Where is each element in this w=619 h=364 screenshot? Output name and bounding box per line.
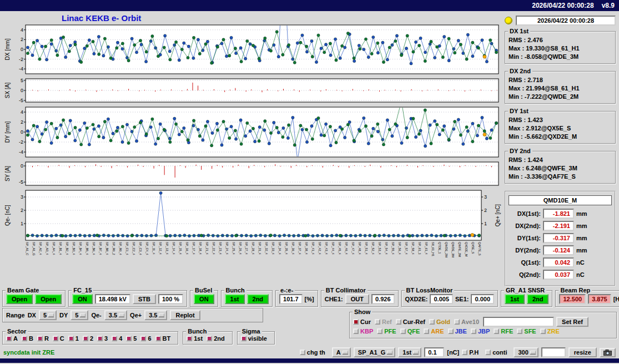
checkbox-4[interactable]: 4	[112, 335, 122, 342]
checkbox-ave10[interactable]: Ave10	[454, 318, 479, 325]
qe-chart-row: Qe- [nC] 332211 Qe+ [nC]	[3, 190, 501, 241]
checkbox-zre[interactable]: ZRE	[540, 328, 560, 335]
monitor-row: DX(2nd):-2.191mm	[509, 221, 612, 231]
bunch-number-select[interactable]: 1st	[398, 347, 421, 357]
snapshot-button[interactable]	[600, 348, 616, 357]
checkbox-rfe[interactable]: RFE	[494, 328, 513, 335]
checkbox-gold[interactable]: Gold	[429, 318, 450, 325]
checkbox-bt[interactable]: BT	[155, 335, 171, 342]
checkbox-box[interactable]	[375, 319, 380, 325]
chg-th-checkbox-box[interactable]	[300, 350, 305, 355]
checkbox-box[interactable]	[494, 328, 499, 334]
checkbox-box[interactable]	[155, 336, 161, 341]
checkbox-pfe[interactable]: PFE	[377, 328, 396, 335]
bunch-2nd-indicator[interactable]: 2nd	[247, 294, 269, 304]
stat-line: Max : 21.994@S8_61_H1	[509, 84, 613, 93]
sector-a-select[interactable]: A	[332, 347, 351, 357]
checkbox-box[interactable]	[112, 336, 117, 341]
checkbox-5[interactable]: 5	[126, 335, 137, 342]
checkbox-box[interactable]	[353, 328, 359, 334]
fc15-on-button[interactable]: ON	[72, 294, 93, 304]
station-label: SP_23_4	[219, 242, 222, 274]
checkbox-box[interactable]	[424, 328, 429, 334]
gr-a1-2nd-indicator[interactable]: 2nd	[527, 294, 549, 304]
checkbox-label: 4	[119, 335, 122, 342]
reference-name-input[interactable]	[483, 317, 554, 327]
checkbox-box[interactable]	[83, 336, 88, 341]
checkbox-box[interactable]	[429, 319, 435, 325]
checkbox-label: JBE	[455, 328, 467, 335]
threshold-input[interactable]	[424, 347, 444, 357]
checkbox-c[interactable]: C	[53, 335, 64, 342]
checkbox-box[interactable]	[37, 336, 43, 341]
interval-select[interactable]: 300	[514, 347, 538, 357]
checkbox-are[interactable]: ARE	[424, 328, 444, 335]
checkbox-box[interactable]	[53, 336, 58, 341]
checkbox-r[interactable]: R	[37, 335, 49, 342]
resize-button[interactable]: resize	[568, 347, 597, 357]
beam-gate-open-1-button[interactable]: Open	[6, 294, 33, 304]
range-dy-select[interactable]: 5	[71, 310, 88, 320]
checkbox-sfe[interactable]: SFE	[517, 328, 536, 335]
checkbox-jbe[interactable]: JBE	[448, 328, 467, 335]
checkbox-box[interactable]	[126, 336, 132, 341]
checkbox-ref[interactable]: Ref	[375, 318, 392, 325]
station-label: SP_58_4	[411, 242, 415, 274]
checkbox-box[interactable]	[396, 319, 401, 325]
checkbox-cur-ref[interactable]: Cur-Ref	[396, 318, 425, 325]
chg-th-checkbox[interactable]: chg th	[300, 349, 325, 356]
bpm-select[interactable]: SP_A1_G	[354, 347, 396, 357]
checkbox-box[interactable]	[22, 336, 27, 341]
checkbox-box[interactable]	[187, 336, 192, 341]
checkbox-box[interactable]	[241, 336, 246, 341]
monitor-row-unit: nC	[576, 259, 590, 266]
checkbox-box[interactable]	[448, 328, 454, 334]
conti-checkbox-box[interactable]	[485, 350, 491, 355]
checkbox-1st[interactable]: 1st	[187, 335, 203, 342]
checkbox-a[interactable]: A	[6, 335, 18, 342]
fc15-stb-button[interactable]: STB	[133, 294, 156, 304]
checkbox-cur[interactable]: Cur	[353, 318, 371, 325]
busel-on-button[interactable]: ON	[194, 294, 214, 304]
conti-checkbox[interactable]: conti	[485, 349, 507, 356]
replot-button[interactable]: Replot	[170, 310, 200, 320]
checkbox-kbp[interactable]: KBP	[353, 328, 373, 335]
checkbox-box[interactable]	[454, 319, 460, 325]
ph-checkbox[interactable]: P.H	[462, 349, 479, 356]
bunch-1st-indicator[interactable]: 1st	[225, 294, 245, 304]
checkbox-box[interactable]	[207, 336, 212, 341]
station-label: SP_27_4	[245, 242, 248, 274]
stat-line: RMS : 1.423	[509, 116, 613, 124]
aux-input[interactable]	[541, 347, 566, 357]
checkbox-box[interactable]	[400, 328, 406, 334]
checkbox-box[interactable]	[68, 336, 74, 341]
monitor-name: QMD10E_M	[509, 195, 612, 205]
checkbox-2[interactable]: 2	[83, 335, 93, 342]
che1-out-button[interactable]: OUT	[345, 294, 369, 304]
checkbox-b[interactable]: B	[22, 335, 33, 342]
checkbox-1[interactable]: 1	[68, 335, 79, 342]
checkbox-2nd[interactable]: 2nd	[207, 335, 225, 342]
checkbox-6[interactable]: 6	[140, 335, 151, 342]
range-dx-select[interactable]: 5	[39, 310, 57, 320]
station-label: SP_11_4	[152, 242, 155, 274]
range-qem-select[interactable]: 3.5	[104, 310, 127, 320]
gr-a1-1st-indicator[interactable]: 1st	[505, 294, 525, 304]
checkbox-box[interactable]	[140, 336, 146, 341]
checkbox-box[interactable]	[540, 328, 546, 334]
checkbox-box[interactable]	[353, 319, 359, 325]
checkbox-box[interactable]	[6, 336, 12, 341]
ph-checkbox-box[interactable]	[462, 350, 467, 355]
checkbox-box[interactable]	[377, 328, 383, 334]
checkbox-box[interactable]	[517, 328, 522, 334]
checkbox-box[interactable]	[471, 328, 476, 334]
station-label: SP_B4_4	[79, 242, 82, 274]
checkbox-jbp[interactable]: JBP	[471, 328, 490, 335]
checkbox-box[interactable]	[97, 336, 103, 341]
checkbox-visible[interactable]: visible	[241, 335, 267, 342]
beam-gate-open-2-button[interactable]: Open	[35, 294, 62, 304]
set-ref-button[interactable]: Set Ref	[556, 317, 588, 327]
checkbox-qfe[interactable]: QFE	[400, 328, 420, 335]
range-qep-select[interactable]: 3.5	[144, 310, 167, 320]
checkbox-3[interactable]: 3	[97, 335, 108, 342]
